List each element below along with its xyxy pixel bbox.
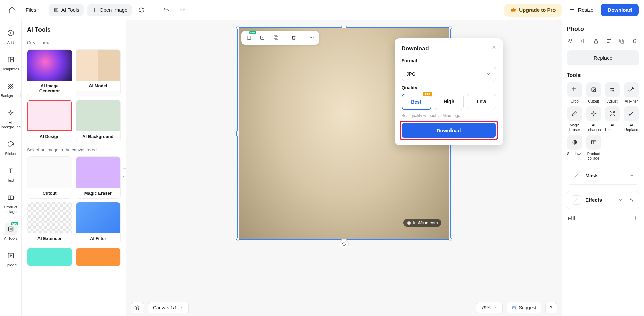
watermark-text: insMind.com — [413, 220, 438, 225]
card-ai-image-generator[interactable]: AI Image Generator — [27, 49, 72, 96]
suggest-icon — [512, 305, 516, 310]
canvas-pager-label: Canvas 1/1 — [153, 305, 177, 310]
plus-icon — [92, 7, 98, 13]
quality-label: Quality — [402, 85, 496, 90]
quality-best[interactable]: Best Pro — [402, 94, 431, 110]
rail-ai-tools[interactable]: New AI Tools — [0, 222, 21, 242]
tool-filter-label: AI Filter — [625, 99, 638, 104]
card-cutout[interactable]: Cutout — [27, 156, 72, 199]
quality-low[interactable]: Low — [467, 94, 496, 110]
files-menu[interactable]: Files — [22, 4, 46, 16]
undo-button[interactable] — [159, 3, 173, 17]
card-magic-eraser[interactable]: Magic Eraser — [76, 156, 121, 199]
rail-ai-tools-label: AI Tools — [4, 236, 17, 241]
effects-accordion[interactable]: Effects — [567, 191, 639, 209]
rail-add[interactable]: Add — [0, 26, 21, 46]
ctx-more-button[interactable] — [307, 33, 316, 42]
open-image-button[interactable]: Open Image — [87, 4, 132, 16]
card-extender-label: AI Extender — [27, 233, 72, 244]
fill-add-button[interactable] — [633, 215, 638, 221]
copy-button[interactable] — [618, 37, 625, 45]
tool-cutout[interactable]: Cutout — [586, 82, 602, 104]
duplicate-icon — [273, 35, 279, 41]
mask-accordion[interactable]: Mask — [567, 167, 639, 185]
zoom-control[interactable]: 79% — [476, 302, 503, 313]
rail-text[interactable]: Text — [0, 164, 21, 184]
card-extra-1[interactable] — [27, 248, 72, 266]
layers-button[interactable] — [131, 302, 144, 313]
tool-ai-filter[interactable]: AI Filter — [623, 82, 639, 104]
flip-button[interactable] — [579, 37, 587, 45]
tool-ai-enhancer[interactable]: AI Enhancer — [586, 106, 602, 132]
download-button-top[interactable]: Download — [601, 4, 639, 16]
card-ai-design[interactable]: AI Design — [27, 100, 72, 142]
tool-ai-replace[interactable]: AI Replace — [623, 106, 639, 132]
format-select[interactable]: JPG — [402, 67, 496, 81]
card-extra-2[interactable] — [76, 248, 121, 266]
redo-button[interactable] — [176, 3, 189, 17]
ai-tools-rail-icon — [7, 225, 15, 233]
ctx-duplicate-button[interactable] — [271, 33, 281, 42]
rail-ai-background[interactable]: AI Background — [0, 106, 21, 131]
home-icon — [8, 6, 16, 14]
quality-high[interactable]: High — [435, 94, 464, 110]
tool-ai-extender[interactable]: AI Extender — [604, 106, 621, 132]
delete-button[interactable] — [631, 37, 638, 45]
card-ai-filter[interactable]: AI Filter — [76, 202, 121, 244]
tool-shadows[interactable]: Shadows — [567, 135, 583, 161]
help-button[interactable]: ? — [545, 302, 557, 313]
rail-background[interactable]: Background — [0, 79, 21, 99]
rail-product-collage[interactable]: Product collage — [0, 190, 21, 215]
card-ai-gen-label: AI Image Generator — [27, 81, 72, 96]
crown-icon — [510, 7, 516, 13]
adjust-icon — [609, 86, 616, 93]
suggest-button[interactable]: Suggest — [507, 302, 541, 313]
ctx-new-badge: New — [249, 31, 256, 34]
tool-crop[interactable]: Crop — [567, 82, 583, 104]
statusbar: Canvas 1/1 79% Suggest ? — [131, 302, 557, 313]
ctx-delete-button[interactable] — [289, 33, 299, 42]
resize-button[interactable]: Resize — [564, 4, 598, 17]
download-label-top: Download — [608, 7, 632, 13]
download-close-button[interactable] — [491, 45, 497, 50]
replace-button[interactable]: Replace — [567, 50, 639, 65]
ctx-ai-button[interactable]: New — [244, 33, 254, 42]
upgrade-label: Upgrade to Pro — [519, 7, 556, 13]
ctx-frame-button[interactable] — [258, 33, 267, 42]
rail-templates[interactable]: Templates — [0, 52, 21, 73]
canvas-area[interactable]: insMind.com New — [126, 20, 562, 316]
settings-icon[interactable] — [629, 197, 634, 203]
canvas-sync-button[interactable] — [340, 239, 349, 248]
chevron-up-icon — [493, 306, 497, 310]
crop-icon — [571, 86, 578, 93]
watermark: insMind.com — [403, 219, 441, 227]
rail-templates-label: Templates — [2, 67, 19, 71]
right-panel: Photo Replace Tools Crop Cutout Adjust A… — [562, 20, 644, 316]
tool-product-collage[interactable]: Product collage — [586, 135, 602, 161]
card-ai-bg-label: AI Background — [76, 131, 121, 142]
divider — [154, 6, 154, 14]
lock-button[interactable] — [592, 37, 600, 45]
svg-point-17 — [311, 37, 312, 38]
tool-crop-label: Crop — [571, 99, 579, 104]
rail-upload[interactable]: Upload — [0, 248, 21, 269]
replace-label: Replace — [594, 55, 612, 61]
canvas-pager[interactable]: Canvas 1/1 — [148, 302, 189, 313]
rail-sticker[interactable]: Sticker — [0, 137, 21, 157]
rail-ai-bg-label: AI Background — [1, 121, 21, 130]
align-icon — [606, 38, 612, 44]
sync-button[interactable] — [135, 3, 148, 17]
tool-magic-eraser[interactable]: Magic Eraser — [567, 106, 583, 132]
card-ai-background[interactable]: AI Background — [76, 100, 121, 142]
collapse-panel-button[interactable] — [121, 168, 126, 184]
card-ai-model[interactable]: AI Model — [76, 49, 121, 96]
ai-tools-button[interactable]: AI Tools — [49, 4, 84, 16]
tool-adjust[interactable]: Adjust — [604, 82, 621, 104]
add-icon — [7, 29, 15, 37]
align-button[interactable] — [605, 37, 613, 45]
layer-order-button[interactable] — [567, 37, 574, 45]
home-button[interactable] — [5, 3, 19, 17]
download-confirm-button[interactable]: Download — [402, 123, 496, 138]
upgrade-button[interactable]: Upgrade to Pro — [504, 4, 562, 17]
card-ai-extender[interactable]: AI Extender — [27, 202, 72, 244]
